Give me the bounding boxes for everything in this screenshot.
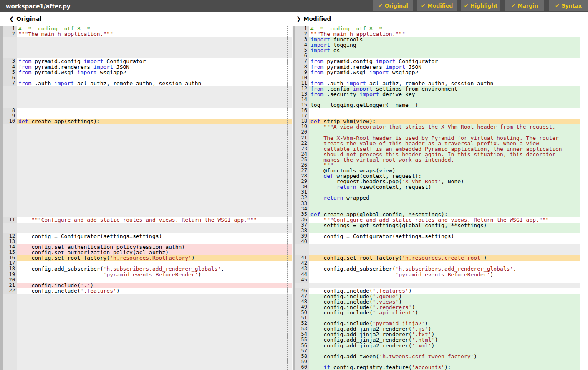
code-line[interactable]: 21 config.include('.') bbox=[0, 283, 292, 288]
code-line[interactable]: 5from pyramid.wsgi import wsgiapp2 bbox=[0, 70, 292, 75]
code-line[interactable]: 9from pyramid.wsgi import wsgiapp2 bbox=[292, 70, 580, 75]
code-line[interactable]: 7from pyramid.config import Configurator bbox=[292, 58, 580, 64]
code-line[interactable]: 20 bbox=[292, 129, 580, 135]
code-line[interactable]: 51 bbox=[292, 315, 580, 321]
code-line[interactable]: 2"""The main h application.""" bbox=[292, 31, 580, 37]
code-line[interactable]: 40 bbox=[292, 239, 580, 244]
code-line[interactable]: 4from pyramid.renderers import JSON bbox=[0, 64, 292, 70]
code-line[interactable]: 55 config.add_jinja2_renderer('.html') bbox=[292, 337, 580, 342]
line-number: 11 bbox=[0, 217, 17, 223]
code-line[interactable]: 31 bbox=[292, 190, 580, 195]
code-line[interactable]: 16 bbox=[292, 108, 580, 113]
code-line[interactable]: 20 bbox=[0, 277, 292, 283]
code-line[interactable]: 22 treats the value of this header as a … bbox=[292, 141, 580, 146]
pane-original[interactable]: 1# -*- coding: utf-8 -*-2"""The main h a… bbox=[0, 26, 292, 370]
code-line[interactable]: 22 config.include('.features') bbox=[0, 288, 292, 294]
code-line[interactable]: 6 bbox=[0, 75, 292, 81]
gap-row bbox=[0, 354, 292, 359]
code-segment: from bbox=[310, 86, 323, 91]
code-line[interactable]: 15 config.set_authorization_policy(acl_a… bbox=[0, 250, 292, 255]
code-line[interactable]: 15log = logging.getLogger(__name__) bbox=[292, 102, 580, 108]
code-line[interactable]: 5import os bbox=[292, 48, 580, 53]
code-line[interactable]: 33 bbox=[292, 201, 580, 206]
code-line[interactable]: 42 bbox=[292, 261, 580, 266]
code-line[interactable]: 25 makes the virtual root work as intend… bbox=[292, 157, 580, 162]
code-line[interactable]: 14 bbox=[292, 97, 580, 102]
line-number: 7 bbox=[292, 58, 309, 64]
code-line[interactable]: 1# -*- coding: utf-8 -*- bbox=[0, 26, 292, 31]
code-line[interactable]: 14 config.set_authentication_policy(sess… bbox=[0, 244, 292, 250]
gap-row bbox=[0, 310, 292, 315]
code-line[interactable]: 28 def wrapped(context, request): bbox=[292, 173, 580, 179]
code-line[interactable]: 9 bbox=[0, 113, 292, 119]
code-line[interactable]: 4import logging bbox=[292, 42, 580, 48]
code-line[interactable]: 39 config = Configurator(settings=settin… bbox=[292, 233, 580, 239]
code-line[interactable]: 3import functools bbox=[292, 37, 580, 42]
code-line[interactable]: 11from .auth import acl_authz, remote_au… bbox=[292, 81, 580, 86]
code-line[interactable]: 49 config.include('.renderers') bbox=[292, 304, 580, 310]
code-line[interactable]: 16 config.set_root_factory('h.resources.… bbox=[0, 255, 292, 261]
code-line[interactable]: 8from pyramid.renderers import JSON bbox=[292, 64, 580, 70]
code-line[interactable]: 10 bbox=[292, 75, 580, 81]
code-line[interactable]: 24 should not process this header again.… bbox=[292, 152, 580, 157]
code-line[interactable]: 37 settings = get_settings(global_config… bbox=[292, 223, 580, 228]
code-line[interactable]: 34 bbox=[292, 206, 580, 212]
code-line[interactable]: 48 config.include('.views') bbox=[292, 299, 580, 304]
code-line[interactable]: 44 'pyramid.events.BeforeRender') bbox=[292, 272, 580, 277]
code-line[interactable]: 10def create_app(settings): bbox=[0, 119, 292, 124]
code-line[interactable]: 36 """Configure and add static routes an… bbox=[292, 217, 580, 223]
code-line[interactable]: 32 return wrapped bbox=[292, 195, 580, 200]
code-line[interactable]: 11 """Configure and add static routes an… bbox=[0, 217, 292, 223]
code-line[interactable]: 18def strip_vhm(view): bbox=[292, 119, 580, 124]
code-line[interactable]: 53 config.add_jinja2_renderer('.js') bbox=[292, 326, 580, 332]
code-line[interactable]: 7from .auth import acl_authz, remote_aut… bbox=[0, 81, 292, 86]
code-line[interactable]: 30 return view(context, request) bbox=[292, 184, 580, 190]
code-line[interactable]: 60 if config.registry.feature('accounts'… bbox=[292, 365, 580, 370]
pane-modified[interactable]: 1# -*- coding: utf-8 -*-2"""The main h a… bbox=[292, 26, 580, 370]
code-text: # -*- coding: utf-8 -*- bbox=[17, 26, 292, 31]
code-line[interactable]: 35def create_app(global_config, **settin… bbox=[292, 212, 580, 217]
code-line[interactable]: 23 callable itself is an embedded Pyrami… bbox=[292, 146, 580, 152]
code-line[interactable]: 41 config.set_root_factory('h.resources.… bbox=[292, 255, 580, 261]
code-line[interactable]: 52 config.include('pyramid_jinja2') bbox=[292, 321, 580, 326]
code-line[interactable]: 6 bbox=[292, 53, 580, 58]
code-line[interactable]: 27 @functools.wraps(view) bbox=[292, 168, 580, 173]
toolbar-button-modified[interactable]: ✔Modified bbox=[417, 0, 457, 11]
code-text: should not process this header again. In… bbox=[309, 152, 580, 157]
code-line[interactable]: 12 config = Configurator(settings=settin… bbox=[0, 233, 292, 239]
toolbar-button-syntax[interactable]: ✔Syntax bbox=[549, 0, 588, 11]
code-line[interactable]: 38 bbox=[292, 228, 580, 233]
code-line[interactable]: 8 bbox=[0, 108, 292, 113]
code-line[interactable]: 45 bbox=[292, 277, 580, 283]
toolbar-button-margin[interactable]: ✔Margin bbox=[505, 0, 544, 11]
code-segment: from bbox=[18, 64, 31, 70]
gap-row bbox=[292, 250, 580, 255]
code-line[interactable]: 1# -*- coding: utf-8 -*- bbox=[292, 26, 580, 31]
code-line[interactable]: 57 bbox=[292, 348, 580, 354]
code-line[interactable]: 29 request.headers.pop('X-Vhm-Root', Non… bbox=[292, 179, 580, 184]
code-line[interactable]: 54 config.add_jinja2_renderer('.txt') bbox=[292, 332, 580, 337]
toolbar-button-highlight[interactable]: ✔Highlight bbox=[461, 0, 500, 11]
toolbar-button-original[interactable]: ✔Original bbox=[373, 0, 413, 11]
code-line[interactable]: 47 config.include('.queue') bbox=[292, 294, 580, 299]
code-line[interactable]: 17 bbox=[0, 261, 292, 266]
code-line[interactable]: 3from pyramid.config import Configurator bbox=[0, 58, 292, 64]
code-line[interactable]: 58 config.add_tween('h.tweens.csrf_tween… bbox=[292, 354, 580, 359]
code-line[interactable]: 17 bbox=[292, 113, 580, 119]
code-line[interactable]: 26 """ bbox=[292, 162, 580, 168]
code-line[interactable]: 59 bbox=[292, 359, 580, 365]
code-line[interactable]: 46 config.include('.features') bbox=[292, 288, 580, 294]
code-line[interactable]: 12from .config import settings_from_envi… bbox=[292, 86, 580, 91]
code-line[interactable]: 43 config.add_subscriber('h.subscribers.… bbox=[292, 266, 580, 271]
code-line[interactable]: 50 config.include('.api_client') bbox=[292, 310, 580, 315]
code-line[interactable]: 21 The X-Vhm-Root header is used by Pyra… bbox=[292, 135, 580, 141]
code-line[interactable]: 13from .security import derive_key bbox=[292, 91, 580, 97]
code-line[interactable]: 18 config.add_subscriber('h.subscribers.… bbox=[0, 266, 292, 271]
code-line[interactable]: 2"""The main h application.""" bbox=[0, 31, 292, 37]
code-segment: 'h.subscribers.add_renderer_globals' bbox=[396, 266, 513, 271]
code-line[interactable]: 13 bbox=[0, 239, 292, 244]
code-line[interactable]: 56 config.add_jinja2_renderer('.xml') bbox=[292, 343, 580, 348]
code-text bbox=[17, 53, 292, 58]
code-line[interactable]: 19 'pyramid.events.BeforeRender') bbox=[0, 272, 292, 277]
code-line[interactable]: 19 """A view decorator that strips the X… bbox=[292, 124, 580, 129]
